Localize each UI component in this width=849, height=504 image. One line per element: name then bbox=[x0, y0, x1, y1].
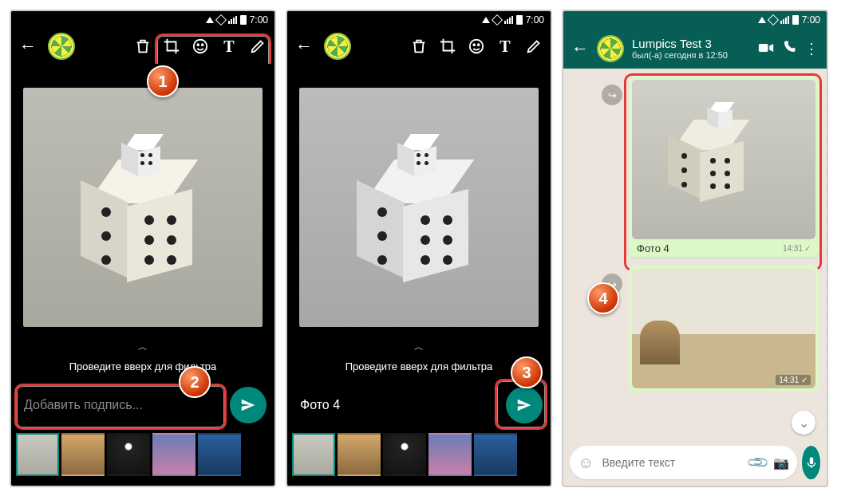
signal-icon bbox=[768, 14, 779, 26]
delete-button[interactable] bbox=[134, 37, 152, 55]
message-2-time: 14:31 ✓ bbox=[776, 375, 811, 385]
step-badge-4: 4 bbox=[587, 282, 619, 314]
thumb-2[interactable] bbox=[61, 433, 105, 476]
status-bar: 7:00 bbox=[11, 11, 274, 29]
editor-toolbar: ← T bbox=[11, 29, 274, 64]
chat-header: ← Lumpics Test 3 был(-а) сегодня в 12:50… bbox=[563, 29, 827, 69]
emoji-button[interactable] bbox=[468, 37, 485, 55]
phone-editor-2: 7:00 ← T bbox=[286, 10, 552, 487]
back-button[interactable]: ← bbox=[571, 38, 589, 59]
cell-signal-icon bbox=[228, 16, 237, 24]
svg-point-2 bbox=[202, 44, 203, 45]
image-preview[interactable] bbox=[287, 64, 551, 351]
scroll-down-button[interactable]: ⌄ bbox=[792, 411, 815, 435]
dice-photo-bw bbox=[299, 88, 539, 327]
crop-button[interactable] bbox=[439, 37, 456, 55]
contact-title[interactable]: Lumpics Test 3 был(-а) сегодня в 12:50 bbox=[632, 37, 750, 61]
caption-row bbox=[295, 385, 543, 425]
swipe-up-icon: ︿ bbox=[138, 341, 148, 354]
network-icon bbox=[758, 17, 766, 23]
phone-chat: 7:00 ← Lumpics Test 3 был(-а) сегодня в … bbox=[562, 10, 828, 487]
thumb-5[interactable] bbox=[198, 433, 241, 476]
status-bar: 7:00 bbox=[563, 11, 827, 29]
step-badge-1: 1 bbox=[147, 65, 179, 97]
attach-icon[interactable]: 📎 bbox=[746, 450, 771, 474]
clock: 7:00 bbox=[526, 14, 544, 26]
editor-toolbar: ← T bbox=[287, 29, 551, 64]
svg-rect-6 bbox=[759, 44, 768, 52]
thumb-5[interactable] bbox=[474, 433, 517, 476]
thumbnail-strip bbox=[16, 433, 241, 476]
thumb-2[interactable] bbox=[338, 433, 381, 476]
video-call-icon[interactable] bbox=[758, 41, 774, 57]
chat-body[interactable]: ↪ Фото 4 14:31 ✓ bbox=[563, 69, 827, 439]
forward-icon[interactable]: ↪ bbox=[602, 85, 622, 105]
delete-button[interactable] bbox=[410, 37, 428, 55]
status-bar: 7:00 bbox=[287, 11, 551, 29]
svg-point-1 bbox=[197, 44, 199, 45]
step-badge-3: 3 bbox=[511, 356, 543, 388]
clock: 7:00 bbox=[802, 14, 820, 26]
battery-icon bbox=[792, 15, 799, 25]
thumb-3[interactable] bbox=[107, 433, 150, 476]
svg-point-5 bbox=[478, 44, 480, 45]
voice-call-icon[interactable] bbox=[782, 40, 796, 58]
contact-avatar[interactable] bbox=[597, 35, 624, 62]
caption-row bbox=[19, 385, 267, 425]
phone-editor-1: 7:00 ← T 1 bbox=[10, 10, 276, 487]
caption-input[interactable] bbox=[295, 388, 498, 422]
crop-button[interactable] bbox=[163, 37, 180, 55]
draw-button[interactable] bbox=[249, 37, 267, 55]
text-button[interactable]: T bbox=[220, 37, 238, 55]
send-button[interactable] bbox=[230, 387, 267, 423]
last-seen: был(-а) сегодня в 12:50 bbox=[632, 50, 750, 60]
send-button[interactable] bbox=[506, 387, 543, 423]
chat-input[interactable] bbox=[600, 455, 743, 470]
cell-signal-icon bbox=[780, 16, 789, 24]
message-1-image[interactable] bbox=[632, 80, 815, 239]
back-button[interactable]: ← bbox=[19, 36, 37, 57]
svg-point-3 bbox=[470, 40, 484, 53]
clock: 7:00 bbox=[250, 14, 268, 26]
message-1-time: 14:31 ✓ bbox=[783, 244, 811, 253]
network-icon bbox=[206, 17, 214, 23]
image-preview[interactable] bbox=[11, 64, 274, 351]
message-1-caption: Фото 4 bbox=[637, 242, 669, 254]
svg-rect-7 bbox=[809, 457, 813, 464]
thumb-3[interactable] bbox=[383, 433, 426, 476]
chat-input-bar: ☺ 📎 📷 bbox=[570, 446, 820, 479]
camera-icon[interactable]: 📷 bbox=[773, 455, 789, 471]
signal-icon bbox=[492, 14, 503, 26]
svg-point-4 bbox=[473, 44, 475, 45]
text-button[interactable]: T bbox=[496, 37, 514, 55]
message-2-image[interactable] bbox=[632, 269, 815, 388]
cell-signal-icon bbox=[504, 16, 513, 24]
back-button[interactable]: ← bbox=[295, 36, 313, 57]
network-icon bbox=[482, 17, 490, 23]
emoji-button[interactable] bbox=[192, 37, 209, 55]
step-badge-2: 2 bbox=[179, 366, 211, 398]
message-2[interactable]: ↪ 14:31 ✓ bbox=[629, 266, 819, 392]
chat-text-field[interactable]: ☺ 📎 📷 bbox=[570, 446, 797, 479]
thumb-4[interactable] bbox=[428, 433, 472, 476]
emoji-icon[interactable]: ☺ bbox=[578, 454, 594, 472]
thumb-4[interactable] bbox=[152, 433, 195, 476]
contact-name: Lumpics Test 3 bbox=[632, 37, 750, 51]
contact-avatar[interactable] bbox=[324, 33, 351, 60]
battery-icon bbox=[240, 15, 247, 25]
thumbnail-strip bbox=[292, 433, 517, 476]
message-1[interactable]: ↪ Фото 4 14:31 ✓ bbox=[629, 77, 819, 258]
swipe-up-icon: ︿ bbox=[414, 341, 424, 354]
thumb-1[interactable] bbox=[16, 433, 59, 476]
battery-icon bbox=[516, 15, 523, 25]
filter-hint: Проведите вверх для фильтра bbox=[11, 360, 274, 372]
dice-photo bbox=[23, 88, 263, 327]
thumb-1[interactable] bbox=[292, 433, 335, 476]
draw-button[interactable] bbox=[525, 37, 543, 55]
contact-avatar[interactable] bbox=[48, 33, 75, 60]
svg-point-0 bbox=[194, 40, 207, 53]
mic-button[interactable] bbox=[802, 446, 820, 479]
menu-icon[interactable]: ⋮ bbox=[804, 40, 819, 57]
signal-icon bbox=[215, 14, 227, 26]
tutorial-triptych: 7:00 ← T 1 bbox=[0, 0, 849, 497]
